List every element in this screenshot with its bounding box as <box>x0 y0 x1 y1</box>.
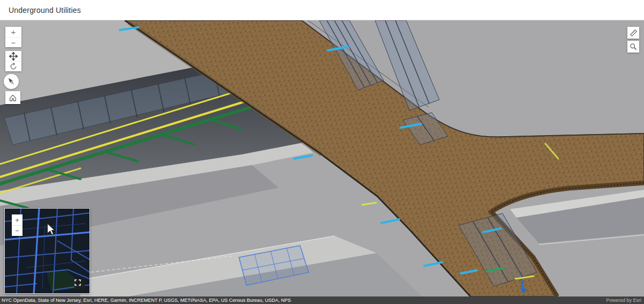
navigation-toggle-widget <box>5 51 21 71</box>
app-header: Underground Utilities <box>0 0 644 20</box>
zoom-widget: + − <box>5 27 21 47</box>
page-title: Underground Utilities <box>9 6 81 14</box>
measure-tool-button[interactable] <box>627 27 639 39</box>
home-icon <box>9 93 17 102</box>
scene-view[interactable]: + − <box>0 20 644 304</box>
plus-icon: + <box>11 28 16 36</box>
minimap-zoom-in-button[interactable]: + <box>12 214 23 225</box>
minimap-zoom-widget: + − <box>12 214 23 236</box>
overview-minimap[interactable]: + − <box>4 208 90 294</box>
minimap-expand-button[interactable] <box>74 279 85 290</box>
rotate-icon <box>9 62 18 71</box>
pan-icon <box>9 52 18 61</box>
compass-button[interactable] <box>4 74 19 89</box>
search-tool-button[interactable] <box>627 41 639 53</box>
pan-mode-button[interactable] <box>5 51 21 61</box>
scene-canvas[interactable] <box>0 20 644 296</box>
compass-needle-icon <box>5 76 17 87</box>
rotate-mode-button[interactable] <box>5 61 21 71</box>
attribution-sources: NYC OpenData, State of New Jersey, Esri,… <box>0 298 291 303</box>
minus-icon: − <box>11 39 16 47</box>
search-icon <box>630 43 637 50</box>
app-window: Underground Utilities <box>0 0 644 304</box>
home-button[interactable] <box>5 91 20 104</box>
zoom-out-button[interactable]: − <box>5 37 21 47</box>
attribution-bar: NYC OpenData, State of New Jersey, Esri,… <box>0 296 644 304</box>
powered-by-esri[interactable]: Powered by Esri <box>606 298 644 303</box>
expand-icon <box>74 279 81 286</box>
measure-ruler-icon <box>630 29 638 37</box>
zoom-in-button[interactable]: + <box>5 27 21 37</box>
minimap-zoom-out-button[interactable]: − <box>12 225 23 236</box>
